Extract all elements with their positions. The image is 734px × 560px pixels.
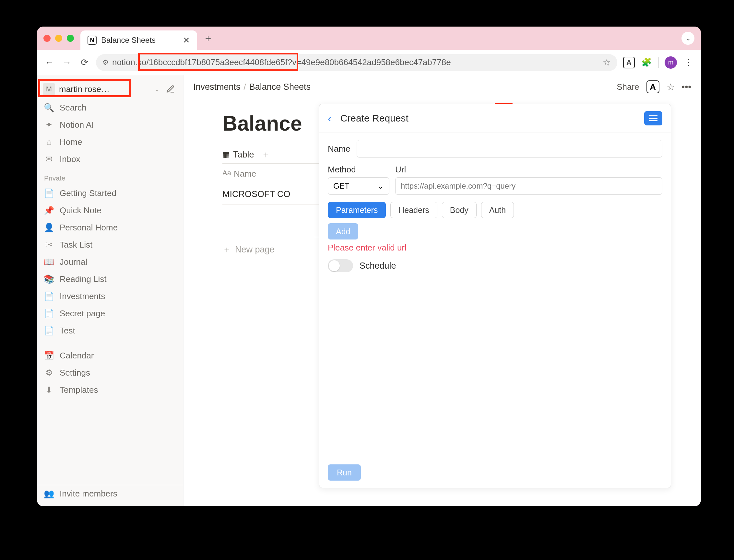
forward-button[interactable]: → <box>61 57 73 68</box>
calendar-icon: 📅 <box>44 351 54 361</box>
new-row-label: New page <box>235 245 274 255</box>
panel-title: Create Request <box>340 113 409 124</box>
close-tab-icon[interactable]: ✕ <box>183 35 190 45</box>
sidebar-item-inbox[interactable]: ✉Inbox <box>37 151 183 168</box>
page-icon: 📄 <box>44 292 54 301</box>
table-tab-label: Table <box>233 150 254 160</box>
address-bar[interactable]: ⚙ notion.so/16bcccdbf17b8075a3eecf4408fd… <box>96 54 617 71</box>
back-button[interactable]: ← <box>43 57 55 68</box>
sidebar-item-label: Task List <box>60 240 92 250</box>
invite-icon: 👥 <box>44 489 54 499</box>
sidebar-item-search[interactable]: 🔍Search <box>37 99 183 116</box>
url-text: notion.so/16bcccdbf17b8075a3eecf4408fde6… <box>112 57 451 67</box>
browser-tab[interactable]: N Balance Sheets ✕ <box>80 30 197 50</box>
sidebar-item-getting-started[interactable]: 📄Getting Started <box>37 185 183 202</box>
breadcrumb-investments[interactable]: Investments <box>193 82 240 92</box>
sidebar-item-label: Templates <box>60 385 98 395</box>
toggle-knob <box>329 260 340 271</box>
sidebar-item-quick-note[interactable]: 📌Quick Note <box>37 202 183 219</box>
share-button[interactable]: Share <box>617 82 639 92</box>
window-controls <box>43 35 74 42</box>
request-tabs: Parameters Headers Body Auth <box>328 202 662 218</box>
page-icon: 📄 <box>44 326 54 336</box>
schedule-label: Schedule <box>359 261 396 271</box>
panel-header: ‹ Create Request <box>319 104 671 133</box>
a-icon[interactable]: A <box>647 80 659 93</box>
home-icon: ⌂ <box>44 137 54 147</box>
sidebar-item-label: Journal <box>60 257 87 267</box>
workspace-switcher[interactable]: M martin rose… ⌄ <box>37 79 183 99</box>
search-icon: 🔍 <box>44 103 54 113</box>
sidebar-item-label: Investments <box>60 291 105 301</box>
new-tab-button[interactable]: ＋ <box>202 32 215 45</box>
sidebar-item-test[interactable]: 📄Test <box>37 322 183 339</box>
breadcrumb-balance-sheets[interactable]: Balance Sheets <box>249 82 310 92</box>
reload-button[interactable]: ⟳ <box>78 57 90 68</box>
minimize-window[interactable] <box>55 35 62 42</box>
site-settings-icon[interactable]: ⚙ <box>102 58 109 67</box>
panel-body: Name Method GET ⌄ Url <box>319 133 671 457</box>
maximize-window[interactable] <box>67 35 74 42</box>
sidebar-item-label: Notion AI <box>60 120 94 130</box>
sidebar-item-reading-list[interactable]: 📚Reading List <box>37 271 183 288</box>
sidebar-item-home[interactable]: ⌂Home <box>37 134 183 151</box>
page-icon: 📄 <box>44 189 54 198</box>
add-button[interactable]: Add <box>328 223 358 239</box>
sidebar-item-label: Secret page <box>60 309 105 319</box>
panel-footer: Run <box>319 457 671 488</box>
bookmark-star-icon[interactable]: ☆ <box>603 57 611 68</box>
scissors-icon: ✂ <box>44 240 54 250</box>
sidebar-item-notion-ai[interactable]: ✦Notion AI <box>37 116 183 134</box>
tab-headers[interactable]: Headers <box>390 202 437 218</box>
sidebar-item-label: Invite members <box>60 489 117 499</box>
sidebar-item-journal[interactable]: 📖Journal <box>37 253 183 271</box>
method-value: GET <box>333 181 349 191</box>
sidebar-item-personal-home[interactable]: 👤Personal Home <box>37 219 183 236</box>
sidebar-item-invite[interactable]: 👥Invite members <box>37 485 183 502</box>
extension-a-icon[interactable]: A <box>623 57 635 68</box>
profile-avatar[interactable]: m <box>665 56 677 69</box>
run-button[interactable]: Run <box>328 464 361 481</box>
more-menu-icon[interactable]: ••• <box>682 82 691 92</box>
browser-menu-icon[interactable]: ⋮ <box>683 57 694 68</box>
sidebar-item-task-list[interactable]: ✂Task List <box>37 236 183 253</box>
person-icon: 👤 <box>44 223 54 233</box>
add-view-button[interactable]: ＋ <box>261 148 270 161</box>
sidebar-item-templates[interactable]: ⬇Templates <box>37 381 183 399</box>
sparkle-icon: ✦ <box>44 120 54 130</box>
sidebar-item-label: Reading List <box>60 274 107 284</box>
sidebar-item-label: Calendar <box>60 351 94 361</box>
error-message: Please enter valid url <box>328 243 662 253</box>
tab-parameters[interactable]: Parameters <box>328 202 386 218</box>
tab-auth[interactable]: Auth <box>481 202 514 218</box>
favorite-star-icon[interactable]: ☆ <box>667 82 675 92</box>
tab-title: Balance Sheets <box>101 36 178 45</box>
pin-icon: 📌 <box>44 206 54 216</box>
table-view-tab[interactable]: ▦ Table <box>222 150 254 160</box>
panel-back-button[interactable]: ‹ <box>328 112 331 124</box>
chevron-down-icon: ⌄ <box>154 85 160 93</box>
breadcrumb: Investments / Balance Sheets Share A ☆ •… <box>183 75 701 99</box>
sidebar-item-investments[interactable]: 📄Investments <box>37 288 183 305</box>
book-icon: 📖 <box>44 257 54 267</box>
close-window[interactable] <box>43 35 51 42</box>
new-page-icon[interactable] <box>164 82 177 96</box>
tab-overflow-button[interactable]: ⌄ <box>682 32 694 45</box>
extensions-icon[interactable]: 🧩 <box>641 57 652 68</box>
sidebar-item-settings[interactable]: ⚙Settings <box>37 364 183 381</box>
titlebar: N Balance Sheets ✕ ＋ ⌄ <box>37 27 701 50</box>
tab-body[interactable]: Body <box>442 202 477 218</box>
sidebar-item-secret-page[interactable]: 📄Secret page <box>37 305 183 322</box>
name-input[interactable] <box>356 140 662 157</box>
sidebar-item-calendar[interactable]: 📅Calendar <box>37 347 183 364</box>
schedule-toggle[interactable] <box>328 259 353 272</box>
sidebar-item-label: Search <box>60 103 86 113</box>
sidebar-item-label: Settings <box>60 368 90 378</box>
panel-menu-button[interactable] <box>644 111 662 125</box>
sidebar: M martin rose… ⌄ 🔍Search ✦Notion AI ⌂Hom… <box>37 75 183 506</box>
notion-favicon-icon: N <box>87 36 97 45</box>
url-input[interactable] <box>395 177 662 195</box>
method-select[interactable]: GET ⌄ <box>328 177 390 195</box>
separator <box>658 57 659 68</box>
column-header-name[interactable]: Name <box>234 169 256 179</box>
